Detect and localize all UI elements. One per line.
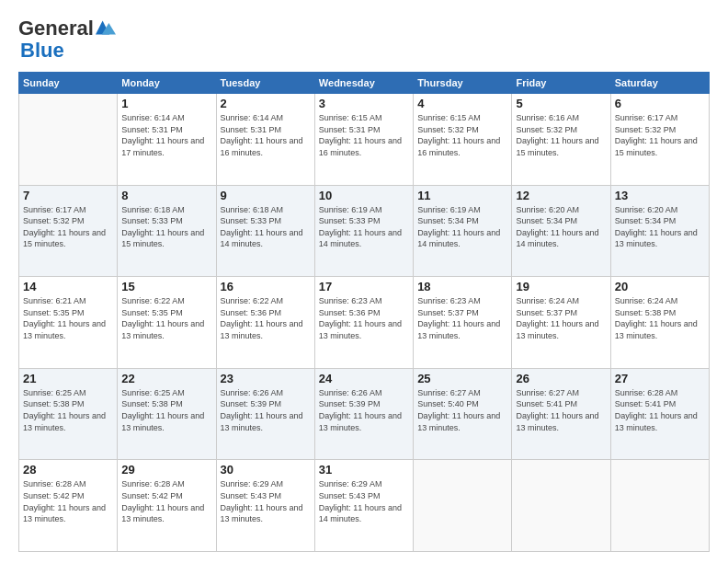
calendar-week-row: 21 Sunrise: 6:25 AM Sunset: 5:38 PM Dayl… [19, 368, 710, 460]
col-saturday: Saturday [610, 73, 709, 94]
day-info: Sunrise: 6:24 AM Sunset: 5:38 PM Dayligh… [615, 295, 705, 341]
day-number: 14 [23, 280, 113, 293]
day-number: 27 [615, 372, 705, 385]
day-info: Sunrise: 6:16 AM Sunset: 5:32 PM Dayligh… [516, 112, 606, 158]
day-number: 22 [121, 372, 211, 385]
day-number: 23 [221, 372, 311, 385]
day-number: 17 [319, 280, 409, 293]
day-info: Sunrise: 6:17 AM Sunset: 5:32 PM Dayligh… [615, 112, 705, 158]
day-info: Sunrise: 6:21 AM Sunset: 5:35 PM Dayligh… [23, 295, 113, 341]
day-number: 13 [615, 189, 705, 202]
day-info: Sunrise: 6:18 AM Sunset: 5:33 PM Dayligh… [221, 204, 311, 250]
table-row: 30 Sunrise: 6:29 AM Sunset: 5:43 PM Dayl… [216, 460, 314, 552]
day-number: 3 [319, 97, 409, 110]
table-row: 25 Sunrise: 6:27 AM Sunset: 5:40 PM Dayl… [414, 368, 512, 460]
day-info: Sunrise: 6:15 AM Sunset: 5:32 PM Dayligh… [417, 112, 507, 158]
table-row [414, 460, 512, 552]
day-number: 9 [221, 189, 311, 202]
col-wednesday: Wednesday [314, 73, 413, 94]
day-number: 15 [121, 280, 211, 293]
day-info: Sunrise: 6:25 AM Sunset: 5:38 PM Dayligh… [121, 387, 211, 433]
table-row [610, 460, 709, 552]
table-row: 4 Sunrise: 6:15 AM Sunset: 5:32 PM Dayli… [414, 94, 512, 186]
day-number: 1 [121, 97, 211, 110]
day-number: 5 [516, 97, 606, 110]
day-info: Sunrise: 6:19 AM Sunset: 5:34 PM Dayligh… [417, 204, 507, 250]
day-number: 18 [417, 280, 507, 293]
table-row: 9 Sunrise: 6:18 AM Sunset: 5:33 PM Dayli… [216, 185, 314, 277]
day-info: Sunrise: 6:25 AM Sunset: 5:38 PM Dayligh… [23, 387, 113, 433]
day-number: 19 [516, 280, 606, 293]
day-number: 31 [319, 463, 409, 477]
logo: General Blue [18, 17, 116, 63]
day-number: 7 [23, 189, 113, 202]
calendar-week-row: 1 Sunrise: 6:14 AM Sunset: 5:31 PM Dayli… [19, 94, 710, 186]
table-row: 10 Sunrise: 6:19 AM Sunset: 5:33 PM Dayl… [314, 185, 413, 277]
table-row: 14 Sunrise: 6:21 AM Sunset: 5:35 PM Dayl… [19, 277, 118, 369]
page: General Blue Sunday Monday Tuesday Wedne… [0, 0, 728, 563]
table-row: 16 Sunrise: 6:22 AM Sunset: 5:36 PM Dayl… [216, 277, 314, 369]
table-row: 20 Sunrise: 6:24 AM Sunset: 5:38 PM Dayl… [610, 277, 709, 369]
calendar-week-row: 7 Sunrise: 6:17 AM Sunset: 5:32 PM Dayli… [19, 185, 710, 277]
table-row: 17 Sunrise: 6:23 AM Sunset: 5:36 PM Dayl… [314, 277, 413, 369]
table-row [512, 460, 610, 552]
day-number: 2 [221, 97, 311, 110]
logo-general-text: General [18, 17, 94, 40]
table-row: 26 Sunrise: 6:27 AM Sunset: 5:41 PM Dayl… [512, 368, 610, 460]
day-info: Sunrise: 6:18 AM Sunset: 5:33 PM Dayligh… [121, 204, 211, 250]
table-row: 3 Sunrise: 6:15 AM Sunset: 5:31 PM Dayli… [314, 94, 413, 186]
day-number: 25 [417, 372, 507, 385]
calendar-table: Sunday Monday Tuesday Wednesday Thursday… [18, 72, 710, 552]
table-row: 1 Sunrise: 6:14 AM Sunset: 5:31 PM Dayli… [118, 94, 216, 186]
day-info: Sunrise: 6:20 AM Sunset: 5:34 PM Dayligh… [615, 204, 705, 250]
day-number: 21 [23, 372, 113, 385]
table-row: 11 Sunrise: 6:19 AM Sunset: 5:34 PM Dayl… [414, 185, 512, 277]
day-number: 12 [516, 189, 606, 202]
table-row: 22 Sunrise: 6:25 AM Sunset: 5:38 PM Dayl… [118, 368, 216, 460]
day-info: Sunrise: 6:17 AM Sunset: 5:32 PM Dayligh… [23, 204, 113, 250]
day-info: Sunrise: 6:22 AM Sunset: 5:35 PM Dayligh… [121, 295, 211, 341]
table-row [19, 94, 118, 186]
day-info: Sunrise: 6:28 AM Sunset: 5:41 PM Dayligh… [615, 387, 705, 433]
day-info: Sunrise: 6:26 AM Sunset: 5:39 PM Dayligh… [319, 387, 409, 433]
table-row: 19 Sunrise: 6:24 AM Sunset: 5:37 PM Dayl… [512, 277, 610, 369]
day-number: 8 [121, 189, 211, 202]
table-row: 28 Sunrise: 6:28 AM Sunset: 5:42 PM Dayl… [19, 460, 118, 552]
table-row: 27 Sunrise: 6:28 AM Sunset: 5:41 PM Dayl… [610, 368, 709, 460]
table-row: 13 Sunrise: 6:20 AM Sunset: 5:34 PM Dayl… [610, 185, 709, 277]
logo-icon [96, 18, 116, 37]
col-friday: Friday [512, 73, 610, 94]
header: General Blue [18, 17, 710, 63]
day-number: 26 [516, 372, 606, 385]
day-info: Sunrise: 6:28 AM Sunset: 5:42 PM Dayligh… [121, 478, 211, 524]
day-info: Sunrise: 6:27 AM Sunset: 5:41 PM Dayligh… [516, 387, 606, 433]
day-number: 30 [221, 463, 311, 477]
day-info: Sunrise: 6:20 AM Sunset: 5:34 PM Dayligh… [516, 204, 606, 250]
calendar-week-row: 14 Sunrise: 6:21 AM Sunset: 5:35 PM Dayl… [19, 277, 710, 369]
table-row: 29 Sunrise: 6:28 AM Sunset: 5:42 PM Dayl… [118, 460, 216, 552]
day-number: 24 [319, 372, 409, 385]
day-info: Sunrise: 6:28 AM Sunset: 5:42 PM Dayligh… [23, 478, 113, 524]
table-row: 2 Sunrise: 6:14 AM Sunset: 5:31 PM Dayli… [216, 94, 314, 186]
table-row: 23 Sunrise: 6:26 AM Sunset: 5:39 PM Dayl… [216, 368, 314, 460]
col-monday: Monday [118, 73, 216, 94]
day-info: Sunrise: 6:26 AM Sunset: 5:39 PM Dayligh… [221, 387, 311, 433]
col-sunday: Sunday [19, 73, 118, 94]
day-info: Sunrise: 6:29 AM Sunset: 5:43 PM Dayligh… [221, 478, 311, 524]
day-info: Sunrise: 6:22 AM Sunset: 5:36 PM Dayligh… [221, 295, 311, 341]
day-number: 29 [121, 463, 211, 477]
table-row: 5 Sunrise: 6:16 AM Sunset: 5:32 PM Dayli… [512, 94, 610, 186]
table-row: 6 Sunrise: 6:17 AM Sunset: 5:32 PM Dayli… [610, 94, 709, 186]
table-row: 18 Sunrise: 6:23 AM Sunset: 5:37 PM Dayl… [414, 277, 512, 369]
col-thursday: Thursday [414, 73, 512, 94]
day-info: Sunrise: 6:24 AM Sunset: 5:37 PM Dayligh… [516, 295, 606, 341]
day-info: Sunrise: 6:15 AM Sunset: 5:31 PM Dayligh… [319, 112, 409, 158]
day-number: 6 [615, 97, 705, 110]
day-number: 20 [615, 280, 705, 293]
day-number: 16 [221, 280, 311, 293]
table-row: 7 Sunrise: 6:17 AM Sunset: 5:32 PM Dayli… [19, 185, 118, 277]
day-info: Sunrise: 6:14 AM Sunset: 5:31 PM Dayligh… [121, 112, 211, 158]
day-info: Sunrise: 6:23 AM Sunset: 5:37 PM Dayligh… [417, 295, 507, 341]
calendar-week-row: 28 Sunrise: 6:28 AM Sunset: 5:42 PM Dayl… [19, 460, 710, 552]
day-info: Sunrise: 6:27 AM Sunset: 5:40 PM Dayligh… [417, 387, 507, 433]
